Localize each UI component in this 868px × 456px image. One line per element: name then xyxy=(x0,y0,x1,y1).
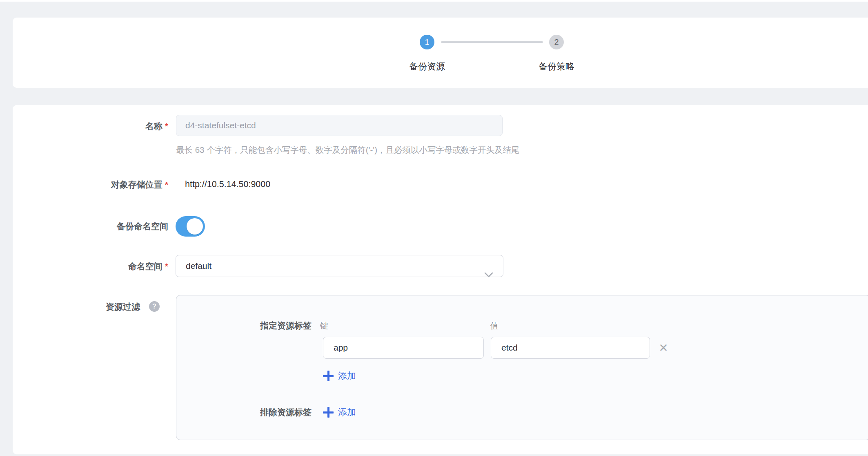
include-label-key-input[interactable] xyxy=(323,337,484,359)
step-2-label: 备份策略 xyxy=(512,60,601,73)
page-top-strip xyxy=(0,0,868,2)
name-label: 名称* xyxy=(61,121,176,132)
plus-icon xyxy=(323,407,334,418)
namespace-label-text: 命名空间 xyxy=(128,262,162,271)
exclude-add-label: 添加 xyxy=(338,406,356,418)
resource-filter-label: 资源过滤 xyxy=(61,302,140,312)
step-connector-line xyxy=(441,41,543,43)
required-asterisk: * xyxy=(165,262,168,271)
page-bottom-strip xyxy=(0,454,868,456)
include-add-button[interactable]: 添加 xyxy=(323,369,356,383)
resource-filter-panel xyxy=(176,295,868,440)
name-input[interactable] xyxy=(176,115,503,136)
storage-location-label-text: 对象存储位置 xyxy=(111,180,162,189)
key-column-header: 键 xyxy=(320,320,328,331)
backup-namespace-label: 备份命名空间 xyxy=(61,221,176,232)
remove-row-button[interactable]: ✕ xyxy=(655,340,672,356)
stepper-card: 1 2 备份资源 备份策略 xyxy=(13,18,868,88)
resource-filter-label-text: 资源过滤 xyxy=(106,302,140,311)
exclude-labels-label: 排除资源标签 xyxy=(212,407,312,418)
backup-namespace-label-text: 备份命名空间 xyxy=(117,221,168,231)
include-label-value-input[interactable] xyxy=(491,337,650,359)
include-add-label: 添加 xyxy=(338,370,356,382)
include-labels-label: 指定资源标签 xyxy=(212,320,312,331)
storage-location-label: 对象存储位置* xyxy=(61,179,176,190)
help-icon[interactable]: ? xyxy=(149,301,160,312)
namespace-select-value: default xyxy=(186,261,211,270)
required-asterisk: * xyxy=(165,180,168,189)
plus-icon xyxy=(323,371,334,381)
backup-namespace-toggle[interactable] xyxy=(176,216,205,237)
exclude-add-button[interactable]: 添加 xyxy=(323,405,356,419)
step-1-label: 备份资源 xyxy=(382,60,472,73)
namespace-select[interactable]: default xyxy=(176,255,503,277)
value-column-header: 值 xyxy=(490,320,499,331)
toggle-knob xyxy=(187,218,203,235)
step-2-indicator: 2 xyxy=(549,35,564,49)
step-1-indicator: 1 xyxy=(420,35,434,49)
storage-location-value: http://10.5.14.50:9000 xyxy=(185,179,270,190)
namespace-label: 命名空间* xyxy=(61,261,176,272)
close-x-icon: ✕ xyxy=(659,342,668,354)
required-asterisk: * xyxy=(165,121,168,131)
name-helper-text: 最长 63 个字符，只能包含小写字母、数字及分隔符('-')，且必须以小写字母或… xyxy=(176,144,625,156)
name-label-text: 名称 xyxy=(145,121,162,131)
chevron-down-icon xyxy=(484,264,493,285)
